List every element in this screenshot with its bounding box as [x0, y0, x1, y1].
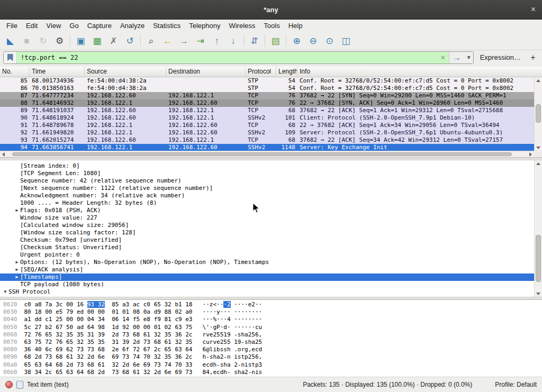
go-to-packet-button[interactable]: ⇥ [192, 33, 209, 48]
scroll-track-horizontal[interactable] [7, 151, 527, 157]
detail-line[interactable]: ▼SSH Protocol [0, 288, 534, 296]
find-packet-button[interactable]: ⌕ [143, 33, 159, 48]
go-forward-button[interactable]: → [176, 33, 192, 48]
filter-apply-button[interactable]: → [449, 52, 465, 63]
go-last-button[interactable]: ↓ [225, 33, 241, 48]
hex-row[interactable]: 009068 2d 73 68 61 32 2d 6e 69 73 74 70 … [3, 353, 542, 361]
detail-line[interactable]: Urgent pointer: 0 [0, 251, 534, 259]
detail-line[interactable]: Checksum: 0x79ed [unverified] [0, 236, 534, 244]
hex-row[interactable]: 006072 76 65 32 35 35 31 39 2d 73 68 61 … [3, 331, 542, 339]
detail-line[interactable]: [Calculated window size: 29056] [0, 222, 534, 229]
titlebar[interactable]: *any × [0, 0, 542, 20]
close-window-button[interactable]: × [531, 5, 536, 14]
detail-line[interactable]: ▶SSH Version 2 (encryption:chacha20-poly… [0, 296, 534, 297]
expression-button[interactable]: Expression… [477, 53, 524, 61]
packet-list-vertical-scrollbar[interactable] [534, 77, 542, 151]
menu-file[interactable]: File [2, 20, 22, 31]
packet-row[interactable]: 8771.647777234192.168.122.60192.168.122.… [0, 92, 534, 99]
scroll-down-button[interactable] [535, 144, 542, 151]
hex-row[interactable]: 00a065 63 64 68 2d 73 68 61 32 2d 6e 69 … [3, 361, 542, 369]
reload-button[interactable]: ↺ [122, 33, 138, 48]
menu-go[interactable]: Go [65, 20, 83, 31]
detail-line[interactable]: [Stream index: 0] [0, 162, 534, 170]
close-capture-button[interactable]: ✗ [105, 33, 122, 48]
scroll-right-button[interactable] [527, 151, 534, 158]
menu-wireless[interactable]: Wireless [224, 20, 259, 31]
packet-row[interactable]: 8568.001734936fe:54:00:d4:38:2aSTP54Conf… [0, 77, 534, 85]
detail-line[interactable]: ▶Flags: 0x018 (PSH, ACK) [0, 207, 534, 214]
expander-collapsed-icon[interactable]: ▶ [14, 266, 20, 274]
hex-row[interactable]: 003080 18 00 e5 79 ed 00 00 01 01 08 0a … [3, 308, 542, 316]
details-scroll-thumb[interactable] [536, 235, 541, 282]
detail-line[interactable]: Acknowledgment number: 34 (relative ack … [0, 192, 534, 199]
expander-expanded-icon[interactable]: ▼ [2, 288, 8, 296]
scroll-left-button[interactable] [0, 151, 7, 158]
menu-help[interactable]: Help [284, 20, 307, 31]
auto-scroll-button[interactable]: ⇵ [246, 33, 263, 48]
open-file-button[interactable]: ▣ [73, 33, 89, 48]
colorize-button[interactable]: ▤ [267, 33, 284, 48]
expander-collapsed-icon[interactable]: ▶ [14, 274, 20, 281]
menu-analyze[interactable]: Analyze [116, 20, 149, 31]
filter-text-value[interactable]: !tcp.port == 22 [17, 52, 437, 63]
packet-row[interactable]: 9271.661949820192.168.122.1192.168.122.6… [0, 129, 534, 136]
detail-line[interactable]: ▶Options: (12 bytes), No-Operation (NOP)… [0, 259, 534, 266]
expander-collapsed-icon[interactable]: ▶ [14, 259, 20, 266]
menu-capture[interactable]: Capture [83, 20, 116, 31]
detail-line[interactable]: [Window size scaling factor: 128] [0, 229, 534, 236]
detail-line[interactable]: ▶[SEQ/ACK analysis] [0, 266, 534, 274]
column-header-dst[interactable]: Destination [166, 67, 246, 77]
hex-row[interactable]: 0040a1 dd c1 25 00 00 04 34 06 14 f5 e8 … [3, 316, 542, 323]
packet-row[interactable]: 9371.662015274192.168.122.60192.168.122.… [0, 136, 534, 144]
packet-row[interactable]: 8670.013850163fe:54:00:d4:38:2aSTP54Conf… [0, 85, 534, 92]
display-filter-input[interactable]: !tcp.port == 22 ✕ → ▼ [3, 51, 474, 64]
menu-statistics[interactable]: Statistics [149, 20, 185, 31]
detail-line[interactable]: [TCP Segment Len: 1080] [0, 170, 534, 177]
filter-bookmark-button[interactable] [4, 52, 17, 63]
column-header-len[interactable]: Length [276, 67, 297, 77]
scroll-thumb-horizontal[interactable] [12, 152, 512, 156]
menu-edit[interactable]: Edit [22, 20, 42, 31]
menu-tools[interactable]: Tools [259, 20, 284, 31]
menu-telephony[interactable]: Telephony [185, 20, 224, 31]
go-first-button[interactable]: ↑ [209, 33, 225, 48]
filter-clear-button[interactable]: ✕ [437, 52, 449, 63]
capture-file-properties-icon[interactable] [16, 381, 23, 389]
packet-row[interactable]: 8971.648191037192.168.122.60192.168.122.… [0, 107, 534, 114]
detail-line[interactable]: 1000 .... = Header Length: 32 bytes (8) [0, 199, 534, 207]
expander-collapsed-icon[interactable]: ▶ [8, 296, 15, 297]
detail-line[interactable]: TCP payload (1080 bytes) [0, 281, 534, 288]
filter-history-dropdown[interactable]: ▼ [465, 52, 473, 63]
scroll-thumb[interactable] [536, 104, 541, 123]
status-profile[interactable]: Profile: Default [495, 381, 537, 388]
details-scroll-up-button[interactable] [535, 160, 542, 167]
details-scroll-down-button[interactable] [535, 290, 542, 297]
expert-info-icon[interactable] [5, 381, 13, 388]
packet-row[interactable]: 9171.648789678192.168.122.1192.168.122.6… [0, 122, 534, 129]
detail-line[interactable]: ▶[Timestamps] [0, 274, 534, 281]
packet-list-horizontal-scrollbar[interactable] [0, 151, 534, 157]
resize-columns-button[interactable]: ◫ [338, 33, 354, 48]
column-header-proto[interactable]: Protocol [246, 67, 276, 77]
add-filter-button[interactable]: + [527, 51, 539, 64]
go-back-button[interactable]: ← [159, 33, 176, 48]
hex-row[interactable]: 00505c 27 b2 67 50 ad 64 98 1d 92 00 00 … [3, 324, 542, 331]
column-header-no[interactable]: No. [0, 67, 30, 77]
zoom-original-button[interactable]: ⊙ [321, 33, 338, 48]
scroll-up-button[interactable] [535, 77, 542, 84]
zoom-out-button[interactable]: ⊖ [305, 33, 321, 48]
detail-line[interactable]: Window size value: 227 [0, 214, 534, 222]
capture-options-button[interactable]: ⚙ [51, 33, 68, 48]
expander-collapsed-icon[interactable]: ▶ [14, 207, 20, 214]
detail-line[interactable]: [Next sequence number: 1122 (relative se… [0, 185, 534, 192]
save-file-button[interactable]: ▦ [89, 33, 105, 48]
scroll-track[interactable] [535, 84, 542, 144]
details-vertical-scrollbar[interactable] [534, 160, 542, 297]
details-scroll-track[interactable] [535, 167, 542, 290]
menu-view[interactable]: View [42, 20, 65, 31]
detail-line[interactable]: [Checksum Status: Unverified] [0, 244, 534, 251]
packet-row[interactable]: 9071.648618924192.168.122.60192.168.122.… [0, 114, 534, 122]
packet-row[interactable]: 8871.648146932192.168.122.1192.168.122.6… [0, 99, 534, 107]
packet-row[interactable]: 9471.663856741192.168.122.1192.168.122.6… [0, 144, 534, 151]
hex-row[interactable]: 0020c0 a8 7a 3c 00 16 93 32 85 a3 ac c0 … [3, 301, 542, 308]
